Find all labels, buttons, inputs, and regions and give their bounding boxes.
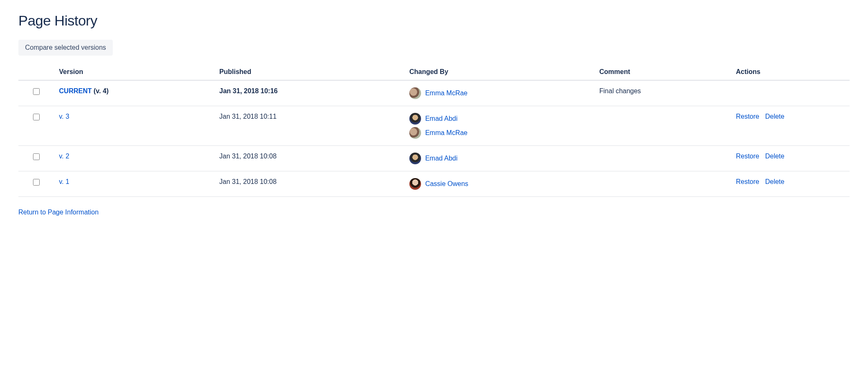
row-checkbox[interactable] — [33, 114, 40, 120]
table-row: v. 2Jan 31, 2018 10:08Emad AbdiRestoreDe… — [18, 146, 850, 171]
avatar — [409, 178, 421, 190]
avatar — [409, 113, 421, 125]
published-date: Jan 31, 2018 10:08 — [214, 146, 404, 171]
avatar — [409, 87, 421, 99]
col-header-checkbox — [18, 64, 54, 80]
user-link[interactable]: Emad Abdi — [425, 155, 457, 162]
user-link[interactable]: Emad Abdi — [425, 115, 457, 122]
row-checkbox[interactable] — [33, 153, 40, 160]
user-link[interactable]: Emma McRae — [425, 89, 467, 97]
published-date: Jan 31, 2018 10:11 — [214, 106, 404, 146]
restore-link[interactable]: Restore — [736, 153, 759, 160]
user-block: Emma McRae — [409, 127, 589, 139]
published-date: Jan 31, 2018 10:16 — [214, 80, 404, 106]
table-row: CURRENT (v. 4)Jan 31, 2018 10:16Emma McR… — [18, 80, 850, 106]
user-block: Emad Abdi — [409, 113, 589, 125]
comment-text — [594, 171, 731, 197]
table-row: v. 3Jan 31, 2018 10:11Emad AbdiEmma McRa… — [18, 106, 850, 146]
published-date: Jan 31, 2018 10:08 — [214, 171, 404, 197]
user-block: Emad Abdi — [409, 153, 589, 164]
version-link[interactable]: v. 3 — [59, 113, 69, 120]
return-to-page-info-link[interactable]: Return to Page Information — [18, 209, 99, 216]
user-link[interactable]: Cassie Owens — [425, 180, 468, 188]
delete-link[interactable]: Delete — [765, 153, 784, 160]
version-number: (v. 4) — [94, 87, 109, 94]
version-link[interactable]: v. 2 — [59, 153, 69, 160]
user-block: Emma McRae — [409, 87, 589, 99]
delete-link[interactable]: Delete — [765, 178, 784, 185]
history-table: Version Published Changed By Comment Act… — [18, 64, 850, 197]
user-link[interactable]: Emma McRae — [425, 129, 467, 137]
row-checkbox[interactable] — [33, 88, 40, 95]
page-title: Page History — [18, 13, 850, 29]
table-row: v. 1Jan 31, 2018 10:08Cassie OwensRestor… — [18, 171, 850, 197]
col-header-published: Published — [214, 64, 404, 80]
row-checkbox[interactable] — [33, 179, 40, 186]
restore-link[interactable]: Restore — [736, 178, 759, 185]
delete-link[interactable]: Delete — [765, 113, 784, 120]
current-version-label: CURRENT — [59, 87, 91, 94]
compare-selected-button[interactable]: Compare selected versions — [18, 40, 113, 56]
comment-text — [594, 146, 731, 171]
version-link[interactable]: v. 1 — [59, 178, 69, 185]
avatar — [409, 153, 421, 164]
col-header-changed-by: Changed By — [404, 64, 594, 80]
user-block: Cassie Owens — [409, 178, 589, 190]
col-header-version: Version — [54, 64, 214, 80]
restore-link[interactable]: Restore — [736, 113, 759, 120]
col-header-actions: Actions — [731, 64, 850, 80]
col-header-comment: Comment — [594, 64, 731, 80]
comment-text — [594, 106, 731, 146]
avatar — [409, 127, 421, 139]
comment-text: Final changes — [594, 80, 731, 106]
